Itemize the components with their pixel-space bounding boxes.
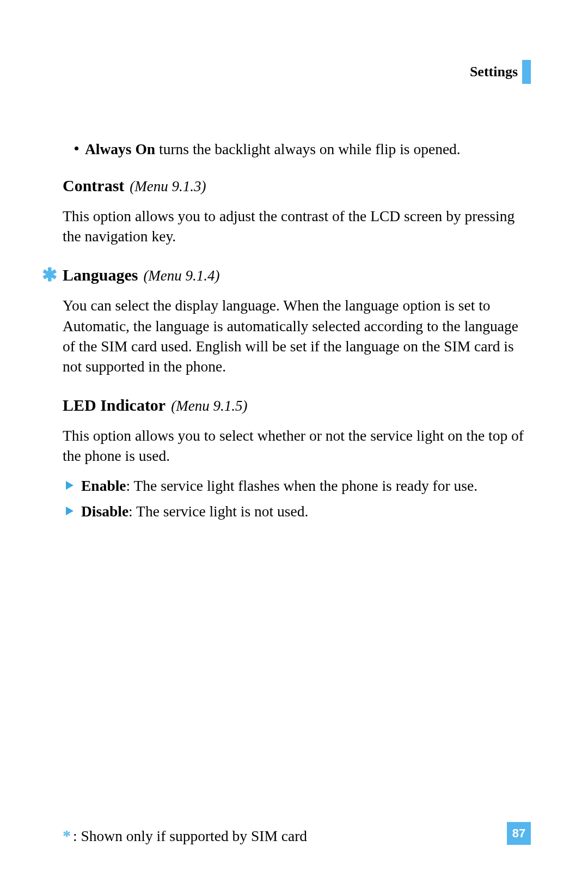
- led-body: This option allows you to select whether…: [63, 425, 531, 466]
- led-disable-label: Disable: [81, 503, 128, 520]
- always-on-desc: turns the backlight always on while flip…: [155, 141, 461, 157]
- section-led: LED Indicator (Menu 9.1.5): [63, 396, 531, 415]
- footnote-star-icon: *: [63, 827, 71, 844]
- arrow-right-icon: [66, 507, 74, 515]
- page-content: Always On turns the backlight always on …: [63, 139, 531, 521]
- arrow-right-icon: [66, 481, 74, 490]
- section-contrast: Contrast (Menu 9.1.3): [63, 176, 531, 195]
- led-title: LED Indicator: [63, 396, 166, 414]
- led-disable-desc: : The service light is not used.: [128, 503, 308, 520]
- bullet-dot-icon: [75, 147, 78, 150]
- svg-marker-1: [66, 507, 74, 515]
- contrast-title: Contrast: [63, 176, 124, 194]
- document-page: Settings Always On turns the backlight a…: [0, 0, 588, 883]
- led-disable-text: Disable: The service light is not used.: [81, 501, 308, 521]
- header-title: Settings: [470, 64, 518, 80]
- led-disable-item: Disable: The service light is not used.: [66, 501, 531, 521]
- led-enable-text: Enable: The service light flashes when t…: [81, 476, 477, 496]
- languages-menu-ref: (Menu 9.1.4): [143, 267, 219, 284]
- page-footer: * : Shown only if supported by SIM card …: [63, 822, 531, 845]
- section-languages: ✱ Languages (Menu 9.1.4): [63, 266, 531, 284]
- footnote-text: : Shown only if supported by SIM card: [73, 827, 307, 845]
- page-number: 87: [507, 822, 531, 845]
- languages-body: You can select the display language. Whe…: [63, 295, 531, 376]
- languages-title: Languages: [63, 266, 138, 284]
- svg-marker-0: [66, 481, 74, 490]
- led-enable-desc: : The service light flashes when the pho…: [126, 477, 478, 494]
- footnote: * : Shown only if supported by SIM card: [63, 827, 307, 845]
- led-menu-ref: (Menu 9.1.5): [171, 398, 247, 414]
- always-on-text: Always On turns the backlight always on …: [85, 139, 461, 159]
- led-enable-label: Enable: [81, 477, 126, 494]
- always-on-bullet: Always On turns the backlight always on …: [75, 139, 531, 159]
- star-marker-icon: ✱: [42, 266, 57, 284]
- contrast-menu-ref: (Menu 9.1.3): [130, 178, 206, 194]
- always-on-label: Always On: [85, 141, 155, 157]
- led-enable-item: Enable: The service light flashes when t…: [66, 476, 531, 496]
- header-tab-icon: [522, 60, 531, 84]
- contrast-body: This option allows you to adjust the con…: [63, 206, 531, 246]
- page-header: Settings: [470, 60, 531, 84]
